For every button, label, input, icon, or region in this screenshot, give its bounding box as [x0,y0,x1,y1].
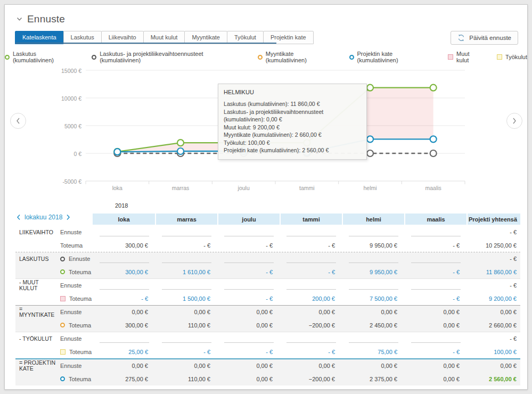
ennuste-input-helmi[interactable] [349,228,398,236]
ennuste-input-tammi[interactable] [287,255,336,263]
value-cell-tammi[interactable] [280,255,342,263]
value-cell-marras[interactable] [155,282,217,290]
value-cell-maalis[interactable] [404,335,466,343]
section-label: = PROJEKTIN KATE [15,360,58,372]
update-forecast-button[interactable]: Päivitä ennuste [451,31,518,45]
tyokulut-marker-icon [60,349,66,355]
legend-item-circle[interactable]: Laskutus- ja projektiliikevaihtoennustee… [92,51,244,63]
prev-month-icon[interactable] [17,214,21,220]
value-cell-tammi: 0,00 € [280,309,342,315]
value-cell-helmi: 2 450,00 € [342,322,404,329]
value-cell-maalis: - € [404,242,466,249]
value-cell-loka[interactable] [93,255,155,263]
value-cell-tammi: 0,00 € [280,363,342,369]
collapse-chevron-icon[interactable] [17,17,22,21]
value-cell-loka: 25,00 € [93,349,155,355]
value-cell-tammi: −200,00 € [280,322,342,329]
legend-circle-icon [258,55,263,60]
tooltip-line: Myyntikate (kumulatiivinen): 2 660,00 € [224,131,361,139]
tooltip-line: Laskutus (kumulatiivinen): 11 860,00 € [224,100,361,108]
value-cell-loka[interactable] [93,335,155,343]
project-total-cell: 10 250,00 € [466,242,520,249]
ennuste-input-loka[interactable] [100,255,149,263]
legend-item-circle[interactable]: Projektin kate (kumulatiivinen) [349,51,435,63]
page-header: Ennuste [17,13,65,25]
value-cell-joulu: - € [217,296,280,302]
value-cell-marras[interactable] [155,255,217,263]
value-cell-joulu: - € [217,349,280,355]
chart-next-button[interactable] [506,113,522,129]
muut-kulut-marker-icon [60,296,66,301]
table-section--myyntikate: = MYYNTIKATEEnnuste0,00 €0,00 €0,00 €0,0… [15,306,520,332]
ennuste-input-marras[interactable] [162,282,211,290]
chart-prev-button[interactable] [10,113,26,129]
row-type-cell: Ennuste [58,282,93,289]
legend-label: Laskutus (kumulatiivinen) [13,51,78,63]
value-cell-marras[interactable] [155,335,217,343]
ennuste-input-helmi[interactable] [349,282,398,290]
value-cell-maalis: - € [404,296,466,302]
value-cell-loka[interactable] [93,228,155,236]
ennuste-input-maalis[interactable] [411,335,461,343]
value-cell-tammi[interactable] [280,282,342,290]
ennuste-input-tammi[interactable] [287,228,336,236]
ennuste-input-helmi[interactable] [349,335,398,343]
ennuste-input-maalis[interactable] [411,255,461,263]
value-cell-maalis[interactable] [404,282,466,290]
ennuste-input-tammi[interactable] [287,335,336,343]
value-cell-tammi[interactable] [280,228,342,236]
ennuste-input-loka[interactable] [100,228,149,236]
value-cell-marras[interactable] [155,228,217,236]
value-cell-helmi: 2 375,00 € [342,376,404,382]
laskutus-toteuma-marker-icon [60,269,65,274]
ennuste-input-maalis[interactable] [411,228,461,236]
ennuste-input-joulu[interactable] [224,282,274,290]
value-cell-loka[interactable] [93,282,155,290]
ennuste-input-joulu[interactable] [224,228,274,236]
ennuste-input-loka[interactable] [100,335,149,343]
ennuste-input-joulu[interactable] [224,335,274,343]
legend-circle-icon [349,55,354,60]
project-total-cell: 2 660,00 € [466,322,520,329]
value-cell-marras: 0,00 € [155,309,217,315]
ennuste-input-marras[interactable] [162,228,211,236]
value-cell-joulu[interactable] [217,335,280,343]
row-type-cell: Ennuste [58,363,93,369]
legend-item-circle[interactable]: Myyntikate (kumulatiivinen) [258,51,335,63]
row-type-label: Ennuste [60,363,81,369]
value-cell-joulu[interactable] [217,282,280,290]
value-cell-helmi[interactable] [342,335,404,343]
value-cell-marras: 110,00 € [155,322,217,329]
value-cell-maalis: 0,00 € [404,376,466,382]
legend-item-square[interactable]: Työkulut [497,51,527,63]
ennuste-input-marras[interactable] [162,255,211,263]
value-cell-joulu[interactable] [217,228,280,236]
value-cell-joulu[interactable] [217,255,280,263]
project-total-cell: 0,00 € [466,309,520,315]
ennuste-input-marras[interactable] [162,335,211,343]
value-cell-maalis[interactable] [404,255,466,263]
ennuste-input-tammi[interactable] [287,282,336,290]
legend-square-icon [497,54,502,60]
row-type-label: Toteuma [69,296,92,302]
legend-item-square[interactable]: Muut kulut [448,51,483,63]
value-cell-helmi[interactable] [342,228,404,236]
ennuste-input-joulu[interactable] [224,255,274,263]
ennuste-input-helmi[interactable] [349,255,398,263]
projektin-kate-toteuma-marker-icon [60,376,65,381]
x-axis-tick: tammi [285,185,328,191]
table-row-toteuma: Toteuma- €1 500,00 €- €200,00 €7 500,00 … [15,292,520,306]
row-type-label: Toteuma [69,349,92,355]
ennuste-input-loka[interactable] [100,282,149,290]
ennuste-input-maalis[interactable] [411,282,461,290]
table-section-liikevaihto: LIIKEVAIHTOEnnuste- €Toteuma300,00 €- €-… [15,226,520,252]
value-cell-helmi[interactable] [342,255,404,263]
row-type-label: Ennuste [60,282,81,289]
value-cell-maalis[interactable] [404,228,466,236]
table-row-ennuste: LASKUTUSEnnuste- € [15,252,520,266]
legend-label: Myyntikate (kumulatiivinen) [266,51,335,63]
legend-item-circle[interactable]: Laskutus (kumulatiivinen) [5,51,78,63]
value-cell-helmi[interactable] [342,282,404,290]
next-month-icon[interactable] [66,214,70,220]
value-cell-tammi[interactable] [280,335,342,343]
